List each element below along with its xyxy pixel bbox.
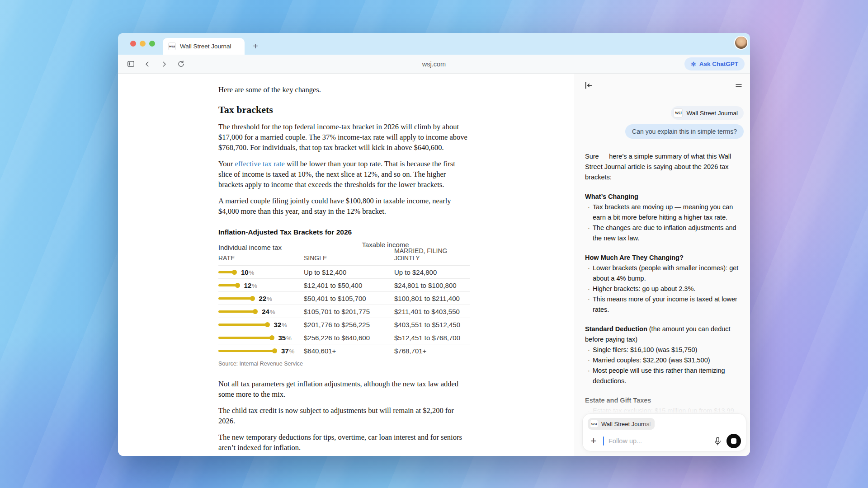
rate-label: 10% — [241, 268, 254, 276]
effective-pre-text: Your — [218, 160, 235, 168]
bullet-text: The changes are due to inflation adjustm… — [593, 223, 744, 244]
forward-icon[interactable] — [160, 60, 169, 69]
nav-icon-group — [126, 60, 185, 69]
chart-title: Inflation-Adjusted Tax Brackets for 2026 — [218, 228, 470, 236]
composer-context-chip[interactable]: WSJ Wall Street Journal — [588, 418, 655, 430]
tax-table-row: 12%$12,401 to $50,400$24,801 to $100,800 — [218, 279, 470, 292]
context-chip-row: WSJ Wall Street Journal — [585, 106, 744, 120]
rate-bar-dot — [232, 270, 237, 275]
chatgpt-sidebar: WSJ Wall Street Journal Can you explain … — [575, 74, 750, 456]
tax-table-row: 24%$105,701 to $201,775$211,401 to $403,… — [218, 305, 470, 318]
navigation-bar: wsj.com ✻ Ask ChatGPT — [118, 55, 750, 74]
rate-bar — [218, 310, 254, 313]
assistant-section: How Much Are They Changing?Lower bracket… — [585, 253, 744, 315]
minimize-window-button[interactable] — [140, 41, 146, 47]
microphone-icon[interactable] — [712, 436, 723, 446]
collapse-sidebar-icon[interactable] — [584, 81, 593, 92]
percent-sign: % — [267, 296, 272, 302]
bullet-list: Single filers: $16,100 (was $15,750)Marr… — [585, 345, 744, 386]
bullet-list: Lower brackets (people with smaller inco… — [585, 263, 744, 315]
wsj-favicon-icon: WSJ — [674, 108, 683, 117]
single-cell: $640,601+ — [304, 347, 394, 355]
rate-bar-dot — [253, 309, 258, 314]
married-cell: $768,701+ — [394, 347, 470, 355]
ask-chatgpt-button[interactable]: ✻ Ask ChatGPT — [684, 57, 745, 70]
percent-sign: % — [286, 335, 292, 342]
tab-bar: WSJ Wall Street Journal + — [118, 33, 750, 55]
single-cell: $201,776 to $256,225 — [304, 321, 394, 328]
chart-header-row: RATE SINGLE MARRIED, FILING JOINTLY — [218, 251, 470, 266]
tax-table-row: 10%Up to $12,400Up to $24,800 — [218, 266, 470, 279]
tab-title: Wall Street Journal — [180, 43, 231, 50]
tax-brackets-chart: Inflation-Adjusted Tax Brackets for 2026… — [218, 228, 470, 367]
article-paragraph-new-deductions: The new temporary deductions for tips, o… — [218, 432, 470, 453]
ask-chatgpt-label: Ask ChatGPT — [699, 61, 738, 67]
assistant-message: Sure — here’s a simple summary of what t… — [585, 151, 744, 416]
close-window-button[interactable] — [130, 41, 136, 47]
zoom-window-button[interactable] — [149, 41, 155, 47]
rate-bar — [218, 324, 266, 326]
user-message-row: Can you explain this in simple terms? — [585, 124, 744, 139]
section-heading-bold: What’s Changing — [585, 193, 638, 200]
assistant-section: Standard Deduction (the amount you can d… — [585, 324, 744, 386]
wsj-favicon-icon: WSJ — [168, 42, 176, 50]
rate-bar-dot — [272, 348, 277, 353]
married-cell: $512,451 to $768,700 — [394, 334, 470, 342]
rate-bar-dot — [235, 283, 240, 288]
bullet-text: This means more of your income is taxed … — [593, 294, 744, 315]
married-cell: $100,801 to $211,400 — [394, 295, 470, 302]
rate-bar — [218, 271, 233, 273]
married-cell: $211,401 to $403,550 — [394, 308, 470, 315]
tab-wall-street-journal[interactable]: WSJ Wall Street Journal — [163, 38, 245, 55]
rate-bar-dot — [250, 296, 255, 301]
wsj-favicon-icon: WSJ — [590, 420, 598, 428]
chat-options-icon[interactable] — [735, 81, 743, 91]
tax-table-row: 35%$256,226 to $640,600$512,451 to $768,… — [218, 331, 470, 344]
rate-bar — [218, 350, 274, 352]
column-header-married: MARRIED, FILING JOINTLY — [394, 247, 470, 262]
rate-cell: 10% — [218, 268, 304, 276]
profile-avatar[interactable] — [735, 37, 747, 49]
window-content: Here are some of the key changes. Tax br… — [118, 74, 750, 456]
effective-tax-rate-link[interactable]: effective tax rate — [235, 160, 285, 168]
single-cell: Up to $12,400 — [304, 268, 394, 276]
sidebar-header — [584, 81, 743, 92]
tax-table-row: 32%$201,776 to $256,225$403,551 to $512,… — [218, 318, 470, 331]
rate-cell: 24% — [218, 308, 304, 315]
rate-label: 24% — [262, 308, 275, 315]
section-heading-bold: Standard Deduction — [585, 325, 647, 333]
section-heading: Standard Deduction (the amount you can d… — [585, 324, 744, 345]
percent-sign: % — [270, 309, 275, 315]
bullet-item: This means more of your income is taxed … — [585, 294, 744, 315]
rate-label: 32% — [274, 321, 287, 328]
bullet-item: Most people will use this rather than it… — [585, 366, 744, 386]
attach-plus-icon[interactable]: + — [588, 436, 599, 446]
rate-bar — [218, 297, 251, 300]
openai-logo-icon: ✻ — [691, 61, 696, 67]
bullet-item: Tax brackets are moving up — meaning you… — [585, 202, 744, 223]
percent-sign: % — [252, 282, 257, 289]
new-tab-button[interactable]: + — [253, 42, 258, 51]
bullet-text: Higher brackets: go up about 2.3%. — [593, 284, 695, 294]
rate-cell: 12% — [218, 282, 304, 289]
married-cell: $403,551 to $512,450 — [394, 321, 470, 328]
bullet-item: Higher brackets: go up about 2.3%. — [585, 284, 744, 294]
toggle-sidebar-icon[interactable] — [126, 60, 135, 69]
article-paragraph-effective: Your effective tax rate will be lower th… — [218, 159, 470, 190]
article-page: Here are some of the key changes. Tax br… — [118, 74, 575, 456]
stop-square-icon — [731, 438, 736, 444]
section-heading: Estate and Gift Taxes — [585, 395, 744, 406]
reload-icon[interactable] — [176, 60, 185, 69]
column-header-single: SINGLE — [304, 254, 394, 262]
browser-window: WSJ Wall Street Journal + — [118, 33, 750, 456]
page-context-chip[interactable]: WSJ Wall Street Journal — [671, 106, 744, 120]
tax-table-rows: 10%Up to $12,400Up to $24,80012%$12,401 … — [218, 266, 470, 357]
heading-tax-brackets: Tax brackets — [218, 104, 470, 116]
address-bar[interactable]: wsj.com — [422, 61, 446, 68]
back-icon[interactable] — [143, 60, 152, 69]
stop-button[interactable] — [726, 434, 741, 448]
tax-table-row: 22%$50,401 to $105,700$100,801 to $211,4… — [218, 292, 470, 305]
bullet-list: Tax brackets are moving up — meaning you… — [585, 202, 744, 244]
follow-up-input[interactable]: Follow up... — [609, 437, 708, 445]
rate-cell: 32% — [218, 321, 304, 328]
